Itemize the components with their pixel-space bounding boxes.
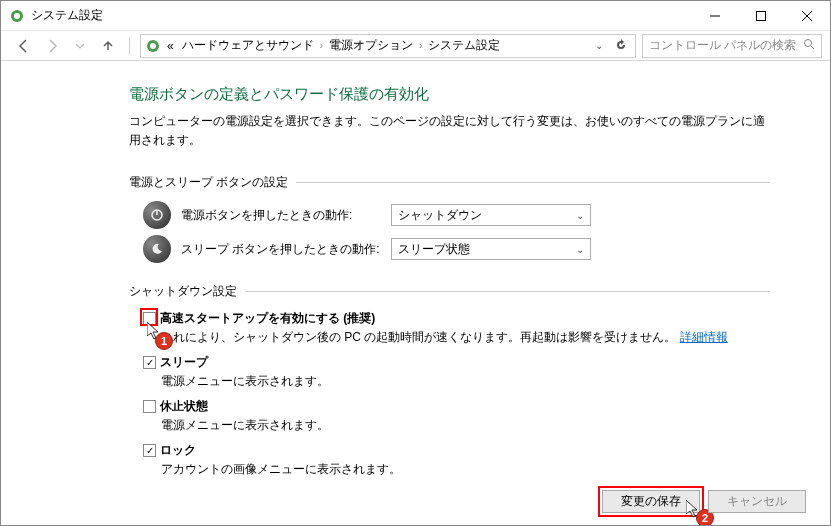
select-value: スリープ状態 (398, 241, 470, 258)
lock-checkbox[interactable]: ✓ (143, 444, 156, 457)
lock-label: ロック (160, 442, 196, 459)
fast-startup-label: 高速スタートアップを有効にする (推奨) (160, 310, 375, 327)
maximize-button[interactable] (738, 1, 784, 31)
section-title: 電源とスリープ ボタンの設定 (129, 174, 288, 191)
power-icon (143, 201, 171, 229)
power-options-icon (9, 8, 25, 24)
page-description: コンピューターの電源設定を選択できます。このページの設定に対して行う変更は、お使… (129, 112, 770, 150)
sleep-desc: 電源メニューに表示されます。 (161, 373, 770, 390)
refresh-icon[interactable] (611, 39, 631, 53)
cancel-button-label: キャンセル (727, 493, 787, 510)
cancel-button[interactable]: キャンセル (708, 490, 806, 513)
hibernate-checkbox[interactable] (143, 400, 156, 413)
recent-dropdown[interactable] (69, 35, 91, 57)
sleep-checkbox[interactable]: ✓ (143, 356, 156, 369)
save-button-label: 変更の保存 (621, 493, 681, 510)
divider (296, 182, 770, 183)
breadcrumb-part[interactable]: 電源オプション (327, 37, 415, 54)
sleep-icon (143, 235, 171, 263)
power-button-action-select[interactable]: シャットダウン ⌄ (391, 204, 591, 226)
chevron-right-icon: › (419, 40, 422, 51)
section-title: シャットダウン設定 (129, 283, 237, 300)
svg-point-1 (14, 13, 20, 19)
divider (245, 291, 770, 292)
fast-startup-item: 高速スタートアップを有効にする (推奨) これにより、シャットダウン後の PC … (143, 310, 770, 346)
search-icon (803, 38, 815, 53)
breadcrumb-part[interactable]: システム設定 (426, 37, 502, 54)
select-value: シャットダウン (398, 207, 482, 224)
hibernate-label: 休止状態 (160, 398, 208, 415)
power-options-icon (145, 38, 161, 54)
chevron-down-icon: ⌄ (576, 210, 584, 221)
sleep-item: ✓ スリープ 電源メニューに表示されます。 (143, 354, 770, 390)
breadcrumb[interactable]: « ハードウェアとサウンド › 電源オプション › システム設定 ⌄ (140, 34, 636, 58)
fast-startup-desc: これにより、シャットダウン後の PC の起動時間が速くなります。再起動は影響を受… (161, 329, 770, 346)
window-title: システム設定 (31, 7, 692, 24)
breadcrumb-part[interactable]: ハードウェアとサウンド (180, 37, 316, 54)
lock-item: ✓ ロック アカウントの画像メニューに表示されます。 (143, 442, 770, 478)
search-input[interactable]: コントロール パネルの検索 (642, 34, 822, 58)
svg-point-7 (150, 43, 156, 49)
nav-separator (129, 37, 130, 55)
save-button[interactable]: 変更の保存 (602, 490, 700, 513)
hibernate-desc: 電源メニューに表示されます。 (161, 417, 770, 434)
svg-point-8 (805, 40, 812, 47)
up-button[interactable] (97, 35, 119, 57)
breadcrumb-prefix[interactable]: « (165, 39, 176, 53)
footer-buttons: 変更の保存 2 キャンセル (602, 490, 806, 513)
back-button[interactable] (13, 35, 35, 57)
fast-startup-checkbox[interactable] (143, 312, 156, 325)
power-button-label: 電源ボタンを押したときの動作: (181, 207, 381, 224)
hibernate-item: 休止状態 電源メニューに表示されます。 (143, 398, 770, 434)
svg-line-9 (811, 46, 814, 49)
chevron-down-icon: ⌄ (576, 244, 584, 255)
lock-desc: アカウントの画像メニューに表示されます。 (161, 461, 770, 478)
forward-button[interactable] (41, 35, 63, 57)
search-placeholder: コントロール パネルの検索 (649, 37, 796, 54)
minimize-button[interactable] (692, 1, 738, 31)
details-link[interactable]: 詳細情報 (680, 330, 728, 344)
titlebar: システム設定 (1, 1, 830, 31)
annotation-badge-1: 1 (155, 332, 173, 350)
sleep-button-action-select[interactable]: スリープ状態 ⌄ (391, 238, 591, 260)
sleep-label: スリープ (160, 354, 208, 371)
section-header-power-sleep: 電源とスリープ ボタンの設定 (129, 174, 770, 191)
history-dropdown-icon[interactable]: ⌄ (591, 40, 607, 51)
power-button-setting-row: 電源ボタンを押したときの動作: シャットダウン ⌄ (143, 201, 770, 229)
navbar: « ハードウェアとサウンド › 電源オプション › システム設定 ⌄ コントロー… (1, 31, 830, 61)
close-button[interactable] (784, 1, 830, 31)
sleep-button-setting-row: スリープ ボタンを押したときの動作: スリープ状態 ⌄ (143, 235, 770, 263)
chevron-right-icon: › (320, 40, 323, 51)
page-heading: 電源ボタンの定義とパスワード保護の有効化 (129, 85, 770, 104)
svg-rect-3 (757, 11, 766, 20)
content-area: 電源ボタンの定義とパスワード保護の有効化 コンピューターの電源設定を選択できます… (1, 61, 830, 478)
section-header-shutdown: シャットダウン設定 (129, 283, 770, 300)
sleep-button-label: スリープ ボタンを押したときの動作: (181, 241, 381, 258)
